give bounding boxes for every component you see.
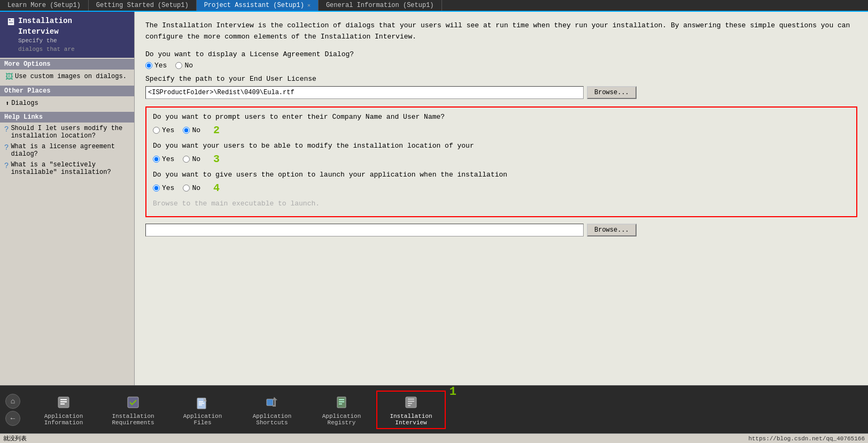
svg-rect-4	[128, 397, 138, 408]
help-links-label: Help Links	[0, 112, 134, 123]
svg-rect-11	[339, 399, 344, 400]
help-icon-0: ?	[4, 125, 9, 134]
more-options-label: More Options	[0, 59, 134, 70]
tab-project-assistant[interactable]: Project Assistant (Setup1) ✕	[197, 0, 319, 11]
toolbar-install-req-label: Installation Requirements	[112, 413, 154, 426]
dialogs-label: Dialogs	[11, 100, 38, 107]
q4-no-option[interactable]: No	[183, 184, 200, 192]
help-link-text-0: Should I let users modify the installati…	[11, 125, 130, 140]
sidebar: 🖥 InstallationInterview Specify thedialo…	[0, 12, 135, 385]
svg-rect-17	[408, 403, 412, 404]
q4-yes-option[interactable]: Yes	[153, 184, 174, 192]
q4-label: Do you want to give users the option to …	[153, 171, 850, 179]
svg-rect-16	[408, 401, 414, 402]
sidebar-title-box: 🖥 InstallationInterview Specify thedialo…	[0, 12, 134, 58]
toolbar-app-files-label: Application Files	[183, 413, 222, 426]
help-link-0[interactable]: ? Should I let users modify the installa…	[4, 125, 130, 140]
q3-yes-radio[interactable]	[153, 156, 160, 163]
sidebar-item-dialogs[interactable]: ⬆ Dialogs	[0, 96, 134, 111]
svg-rect-12	[339, 401, 344, 402]
q2-no-radio[interactable]	[183, 127, 190, 134]
toolbar-app-info-label: Application Information	[44, 413, 83, 426]
q2-number-badge: 2	[213, 124, 220, 136]
install-req-icon	[125, 394, 142, 411]
other-places-label: Other Places	[0, 86, 134, 96]
q3-radio-group: Yes No 3	[153, 153, 850, 165]
executable-path-input[interactable]	[145, 224, 584, 236]
q4-radio-group: Yes No 4	[153, 182, 850, 194]
q3-label: Do you want your users to be able to mod…	[153, 142, 850, 150]
svg-rect-9	[267, 399, 273, 406]
browse-button-2[interactable]: Browse...	[587, 224, 637, 236]
tab-general-info[interactable]: General Information (Setup1)	[319, 0, 442, 11]
bottom-toolbar: ⌂ ← Application Information Installation…	[0, 385, 868, 433]
content-panel: The Installation Interview is the collec…	[135, 12, 868, 385]
path-label: Specify the path to your End User Licens…	[145, 75, 857, 83]
q1-yes-option[interactable]: Yes	[145, 62, 167, 70]
eula-path-input[interactable]	[145, 86, 584, 99]
svg-rect-3	[60, 403, 65, 404]
svg-rect-13	[339, 403, 342, 404]
toolbar-app-info[interactable]: Application Information	[29, 392, 98, 428]
toolbar-install-interview[interactable]: Installation Interview	[376, 391, 446, 429]
custom-images-label: Use custom images on dialogs.	[15, 73, 127, 80]
q1-no-radio[interactable]	[175, 62, 182, 69]
q2-radio-group: Yes No 2	[153, 124, 850, 136]
toolbar-app-files[interactable]: Application Files	[168, 392, 237, 428]
q2-label: Do you want to prompt users to enter the…	[153, 113, 850, 121]
q1-no-option[interactable]: No	[175, 62, 193, 70]
tab-bar: Learn More (Setup1) Getting Started (Set…	[0, 0, 868, 12]
intro-text: The Installation Interview is the collec…	[145, 20, 857, 43]
svg-rect-8	[199, 404, 202, 406]
tab-close-icon[interactable]: ✕	[307, 2, 311, 9]
app-info-icon	[55, 394, 72, 411]
sidebar-item-custom-images[interactable]: 🖼 Use custom images on dialogs.	[0, 70, 134, 85]
svg-rect-6	[199, 401, 203, 402]
q3-yes-option[interactable]: Yes	[153, 155, 174, 163]
browse-bottom-label: Browse to the main executable to launch.	[153, 200, 850, 208]
q1-yes-radio[interactable]	[145, 62, 152, 69]
toolbar-app-shortcuts[interactable]: Application Shortcuts	[237, 392, 307, 428]
svg-rect-18	[408, 405, 410, 406]
nav-buttons: ⌂ ←	[5, 394, 20, 426]
browse-button-1[interactable]: Browse...	[587, 86, 637, 99]
toolbar-app-shortcuts-label: Application Shortcuts	[253, 413, 292, 426]
sidebar-title: InstallationInterview	[18, 16, 75, 37]
help-link-2[interactable]: ? What is a "selectively installable" in…	[4, 161, 130, 176]
q1-radio-group: Yes No	[145, 62, 857, 70]
q3-no-radio[interactable]	[183, 156, 190, 163]
q4-number-badge: 4	[213, 182, 220, 194]
q1-label: Do you want to display a License Agreeme…	[145, 50, 857, 58]
help-link-text-1: What is a license agreement dialog?	[11, 143, 130, 158]
q3-no-option[interactable]: No	[183, 155, 200, 163]
q3-number-badge: 3	[213, 153, 220, 165]
status-bar: 就没列表 https://blog.csdn.net/qq_40765166	[0, 433, 868, 443]
dialogs-icon: ⬆	[5, 100, 9, 108]
image-icon: 🖼	[5, 73, 13, 81]
svg-rect-1	[60, 399, 67, 400]
sidebar-subtitle: Specify thedialogs that are	[18, 37, 75, 54]
help-icon-2: ?	[4, 162, 9, 170]
url-status-text: https://blog.csdn.net/qq_40765166	[748, 436, 865, 442]
q2-no-option[interactable]: No	[183, 126, 200, 134]
q4-no-radio[interactable]	[183, 185, 190, 192]
toolbar-app-registry-label: Application Registry	[322, 413, 361, 426]
tab-getting-started[interactable]: Getting Started (Setup1)	[89, 0, 197, 11]
q4-yes-radio[interactable]	[153, 185, 160, 192]
toolbar-app-registry[interactable]: Application Registry	[307, 392, 376, 428]
tab-learn-more[interactable]: Learn More (Setup1)	[0, 0, 89, 11]
back-button[interactable]: ←	[5, 411, 20, 426]
app-shortcuts-icon	[264, 394, 281, 411]
app-registry-icon	[333, 394, 350, 411]
help-icon-1: ?	[4, 143, 9, 152]
q2-yes-radio[interactable]	[153, 127, 160, 134]
status-left-text: 就没列表	[3, 434, 27, 442]
path-row-1: Browse...	[145, 86, 857, 99]
annotation-1-badge: 1	[449, 385, 456, 399]
toolbar-install-req[interactable]: Installation Requirements	[98, 392, 168, 428]
home-button[interactable]: ⌂	[5, 394, 20, 409]
q2-yes-option[interactable]: Yes	[153, 126, 174, 134]
help-link-1[interactable]: ? What is a license agreement dialog?	[4, 143, 130, 158]
svg-rect-15	[408, 399, 414, 400]
install-interview-icon	[402, 394, 420, 411]
